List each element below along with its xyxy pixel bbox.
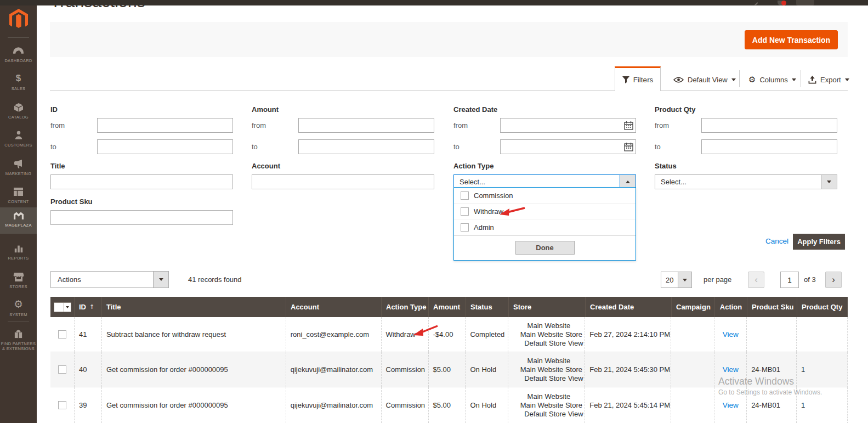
cell-product-qty: 1 [796,352,847,387]
calendar-icon[interactable] [624,121,633,130]
header-id[interactable]: ID↑ [74,297,101,317]
current-page-input[interactable] [780,272,799,288]
grid-header-row: ID↑ Title Account Action Type Amount Sta… [50,297,848,317]
sidebar-item-marketing[interactable]: MARKETING [0,156,37,182]
created-date-from-input[interactable] [500,118,636,133]
activate-windows-subtext: Go to Settings to activate Windows. [718,388,822,396]
chevron-down-icon [731,78,736,81]
row-checkbox[interactable] [58,365,66,374]
default-view-control[interactable]: Default View [673,73,736,86]
view-link[interactable]: View [723,365,739,374]
columns-control[interactable]: ⚙ Columns [748,73,796,86]
search-icon[interactable] [753,1,758,6]
header-action[interactable]: Action [714,297,747,317]
done-button[interactable]: Done [515,241,575,255]
option-withdraw[interactable]: Withdraw [454,204,636,219]
sidebar-item-label: CUSTOMERS [0,143,37,148]
option-label: Admin [474,223,494,232]
header-store[interactable]: Store [508,297,585,317]
store-line: Default Store View [514,374,583,383]
header-campaign[interactable]: Campaign [671,297,714,317]
eye-icon [673,76,684,83]
product-qty-to-input[interactable] [701,139,837,154]
withdraw-checkbox[interactable] [461,207,469,216]
actions-select[interactable]: Actions [50,271,169,288]
cell-product-qty [796,317,847,352]
notifications-bell-icon[interactable] [778,1,784,5]
transactions-grid: ID↑ Title Account Action Type Amount Sta… [50,297,848,423]
header-label: Product Sku [752,303,794,311]
filter-group-created-date: Created Date from to [453,105,636,161]
option-commission[interactable]: Commission [454,188,636,204]
header-action-type[interactable]: Action Type [381,297,428,317]
sidebar-item-content[interactable]: CONTENT [0,184,37,210]
select-all-checkbox[interactable] [54,302,71,312]
status-select[interactable]: Select... [655,174,837,189]
header-label: ID [79,303,86,311]
magento-logo[interactable] [0,9,37,32]
cancel-link[interactable]: Cancel [765,237,788,245]
header-status[interactable]: Status [466,297,508,317]
cell-amount: $5.00 [428,387,466,423]
customers-icon [0,129,37,141]
sidebar-item-sales[interactable]: $ SALES [0,71,37,97]
sidebar-item-dashboard[interactable]: DASHBOARD [0,43,37,69]
sidebar-item-label: FIND PARTNERS [0,341,37,346]
title-input[interactable] [50,174,233,189]
product-qty-from-input[interactable] [701,118,837,133]
header-created-date[interactable]: Created Date [585,297,671,317]
header-label: Status [470,303,492,311]
previous-page-button[interactable]: ‹ [748,272,764,288]
total-pages-label: of 3 [804,275,816,284]
option-admin[interactable]: Admin [454,219,636,235]
checkbox-caret[interactable] [64,303,71,312]
page-size-value: 20 [661,272,678,287]
view-link[interactable]: View [723,401,739,409]
view-link[interactable]: View [723,330,739,339]
account-input[interactable] [252,174,434,189]
product-sku-input[interactable] [50,210,233,225]
sidebar-item-system[interactable]: ⚙ SYSTEM [0,297,37,323]
cell-campaign [671,387,714,423]
header-select-all[interactable] [50,297,74,317]
apply-filters-button[interactable]: Apply Filters [793,234,845,250]
calendar-icon[interactable] [624,142,633,151]
admin-user-menu[interactable] [796,0,814,5]
sidebar-item-customers[interactable]: CUSTOMERS [0,127,37,154]
filters-tab[interactable]: Filters [615,66,661,91]
header-title[interactable]: Title [101,297,286,317]
select-caret-box[interactable] [821,175,837,189]
sidebar-item-catalog[interactable]: CATALOG [0,99,37,126]
amount-to-input[interactable] [298,139,434,154]
amount-from-input[interactable] [298,118,434,133]
dropdown-footer: Done [454,235,636,260]
id-from-input[interactable] [97,118,233,133]
page-header-panel [50,22,848,57]
row-checkbox[interactable] [58,330,66,339]
filter-group-title: Title [50,162,233,189]
add-new-transaction-button[interactable]: Add New Transaction [745,30,838,49]
header-product-qty[interactable]: Product Qty [797,297,848,317]
export-control[interactable]: Export [808,73,849,86]
created-date-to-input[interactable] [500,139,636,154]
filter-label: Product Qty [655,105,837,114]
filter-group-action-type: Action Type Select... [453,162,636,189]
catalog-icon [0,101,37,113]
next-page-button[interactable]: › [825,272,842,288]
id-to-input[interactable] [97,139,233,154]
commission-checkbox[interactable] [461,191,469,200]
header-label: Account [291,303,319,311]
row-checkbox[interactable] [58,401,66,409]
header-amount[interactable]: Amount [428,297,466,317]
header-product-sku[interactable]: Product Sku [747,297,797,317]
sidebar-item-mageplaza[interactable]: MAGEPLAZA [0,207,37,234]
header-account[interactable]: Account [286,297,381,317]
sidebar-item-find-partners[interactable]: FIND PARTNERS & EXTENSIONS [0,326,37,350]
sidebar-item-stores[interactable]: STORES [0,269,37,295]
select-caret-box[interactable] [678,272,691,287]
sidebar-item-reports[interactable]: REPORTS [0,240,37,267]
page-size-select[interactable]: 20 [661,272,692,288]
admin-checkbox[interactable] [461,223,469,232]
select-caret-box[interactable] [153,272,168,287]
filter-label: Status [655,162,837,170]
